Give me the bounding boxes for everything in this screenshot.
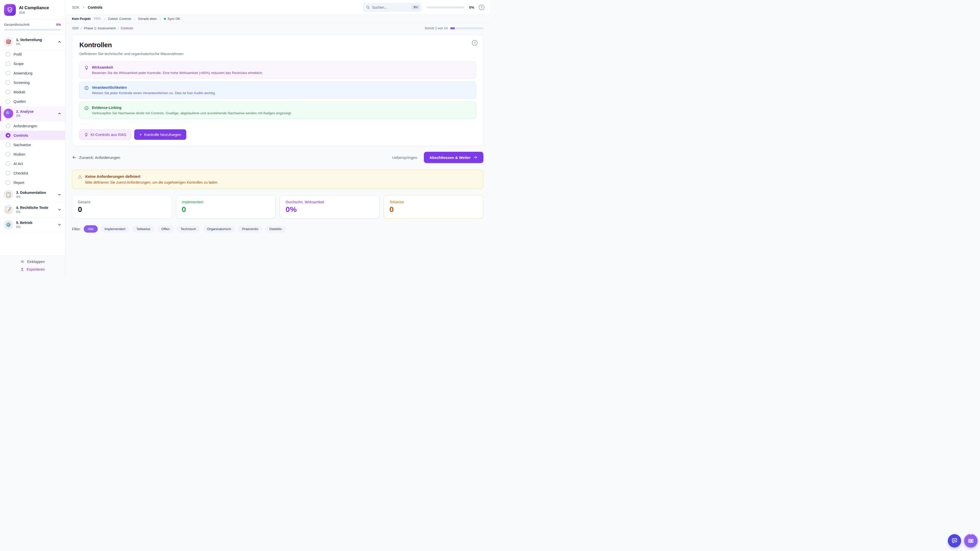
- memo-icon: 📝: [3, 205, 13, 214]
- sidebar-item-anforderungen[interactable]: Anforderungen: [0, 121, 65, 130]
- collapse-sidebar-button[interactable]: Einklappen: [20, 259, 45, 264]
- stat-card-implementiert: Implementiert 0: [176, 195, 275, 219]
- sidebar-item-quellen[interactable]: Quellen: [0, 97, 65, 106]
- sidebar-item-scope[interactable]: Scope: [0, 59, 65, 68]
- sync-status: Sync OK: [164, 17, 180, 21]
- radio-icon: [6, 71, 11, 76]
- breadcrumb-root[interactable]: SDK: [72, 5, 80, 10]
- skip-button[interactable]: Ueberspringen: [392, 156, 417, 160]
- card-help-icon[interactable]: ?: [472, 40, 477, 46]
- filter-chip-praeventiv[interactable]: Praeventiv: [238, 225, 262, 233]
- section-title: 3. Dokumentation: [16, 191, 55, 195]
- breadcrumb-current: Controls: [88, 5, 103, 10]
- section-title: 2. Analyse: [16, 110, 55, 114]
- kontrollen-card: ? Kontrollen Definieren Sie technische u…: [72, 35, 484, 146]
- breadcrumb: SDK Controls: [72, 5, 102, 10]
- sidebar-section-betrieb[interactable]: ⚙️ 5. Betrieb 0%: [0, 218, 65, 232]
- radio-icon: [6, 89, 11, 94]
- app-logo-row: AI Compliance SDK: [0, 0, 65, 19]
- warning-box: ⚠ Keine Anforderungen definiert Bitte de…: [72, 170, 484, 189]
- stats-row: Gesamt 0 Implementiert 0 Durchschn. Wirk…: [72, 195, 484, 219]
- export-button[interactable]: Exportieren: [20, 267, 45, 272]
- content-area: ? Kontrollen Definieren Sie technische u…: [65, 33, 490, 275]
- sidebar-item-risiken[interactable]: Risiken: [0, 149, 65, 159]
- back-button[interactable]: Zurueck: Anforderungen: [72, 155, 120, 160]
- step-label: Schritt 2 von 14: [425, 26, 448, 30]
- chevron-up-icon[interactable]: [57, 111, 62, 116]
- phase-root[interactable]: SDK: [72, 26, 79, 30]
- sidebar-item-checklist[interactable]: Checklist: [0, 168, 65, 178]
- sidebar-item-anwendung[interactable]: Anwendung: [0, 68, 65, 78]
- help-icon[interactable]: ?: [479, 5, 484, 10]
- info-circle-icon: [84, 86, 89, 95]
- radio-icon: [6, 152, 11, 157]
- magnifier-icon: 🔍: [3, 109, 13, 118]
- sidebar-item-profil[interactable]: Profil: [0, 49, 65, 59]
- page-subtitle: Definieren Sie technische und organisato…: [80, 52, 476, 56]
- sidebar-footer: Einklappen Exportieren: [0, 256, 65, 275]
- filter-row: Filter: Alle Implementiert Teilweise Off…: [72, 225, 484, 233]
- filter-chip-organisatorisch[interactable]: Organisatorisch: [203, 225, 235, 233]
- header-progress-bar: [426, 6, 465, 8]
- phase-current: Controls: [121, 26, 133, 30]
- info-box-wirksamkeit: Wirksamkeit Bewerten Sie die Wirksamkeit…: [80, 62, 476, 79]
- filter-chip-technisch[interactable]: Technisch: [177, 225, 200, 233]
- top-bar: SDK Controls Suchen... ⌘K 0% ?: [65, 0, 490, 15]
- finish-next-button[interactable]: Abschliessen & Weiter: [424, 152, 484, 163]
- filter-chip-teilweise[interactable]: Teilweise: [132, 225, 154, 233]
- sidebar-item-nachweise[interactable]: Nachweise: [0, 140, 65, 149]
- sidebar: AI Compliance SDK Gesamtfortschritt 0% 🎯…: [0, 0, 65, 275]
- sidebar-section-analyse[interactable]: 🔍 2. Analyse 0%: [0, 106, 65, 121]
- phase-breadcrumb: SDK / Phase 1: Assessment / Controls: [72, 26, 133, 30]
- search-input[interactable]: Suchen... ⌘K: [363, 3, 422, 12]
- page-title: Kontrollen: [80, 41, 476, 49]
- info-box-verantwortlichkeiten: Verantwortlichkeiten Weisen Sie jeder Ko…: [80, 82, 476, 99]
- target-icon: 🎯: [3, 37, 13, 47]
- sidebar-item-controls[interactable]: Controls: [0, 130, 65, 140]
- section-percent: 0%: [16, 195, 55, 199]
- app-title: AI Compliance: [19, 5, 49, 11]
- ai-controls-button[interactable]: KI-Controls aus RAG: [80, 129, 131, 140]
- filter-chip-alle[interactable]: Alle: [84, 225, 98, 233]
- overall-progress-value: 0%: [56, 23, 61, 27]
- warning-triangle-icon: ⚠: [78, 174, 82, 184]
- sidebar-item-screening[interactable]: Screening: [0, 78, 65, 87]
- chevron-down-icon[interactable]: [57, 192, 62, 197]
- info-box-evidence-linking: Evidence-Linking Verknuepfen Sie Nachwei…: [80, 102, 476, 119]
- step-progress-bar: [450, 27, 484, 29]
- last-saved-time: Gerade eben: [138, 17, 157, 21]
- card-actions: KI-Controls aus RAG + Kontrolle hinzufue…: [80, 124, 476, 140]
- radio-icon: [6, 99, 11, 104]
- radio-icon: [6, 180, 11, 185]
- info-boxes: Wirksamkeit Bewerten Sie die Wirksamkeit…: [80, 62, 476, 119]
- overall-progress-label: Gesamtfortschritt: [4, 23, 29, 27]
- chevron-down-icon[interactable]: [57, 223, 62, 227]
- filter-chip-detektiv[interactable]: Detektiv: [265, 225, 286, 233]
- sidebar-item-module[interactable]: Module: [0, 87, 65, 97]
- section-percent: 0%: [16, 225, 55, 229]
- sidebar-section-vorbereitung[interactable]: 🎯 1. Vorbereitung 0%: [0, 35, 65, 49]
- sidebar-section-rechtliche-texte[interactable]: 📝 4. Rechtliche Texte 0%: [0, 202, 65, 218]
- status-bar: Kein Projekt V001 | Zuletzt: Controls | …: [65, 15, 490, 23]
- filter-chip-offen[interactable]: Offen: [157, 225, 174, 233]
- stat-card-wirksamkeit: Durchschn. Wirksamkeit 0%: [280, 195, 380, 219]
- sync-ok-dot-icon: [164, 18, 166, 20]
- arrow-left-icon: [72, 155, 76, 160]
- section-title: 5. Betrieb: [16, 221, 55, 225]
- sidebar-item-ai-act[interactable]: AI Act: [0, 159, 65, 168]
- chevron-up-icon[interactable]: [57, 40, 62, 44]
- radio-icon: [6, 142, 11, 147]
- chevron-down-icon[interactable]: [57, 208, 62, 212]
- phase-middle[interactable]: Phase 1: Assessment: [84, 26, 116, 30]
- radio-icon: [6, 124, 11, 128]
- check-circle-icon: [84, 106, 89, 115]
- keyboard-shortcut-badge: ⌘K: [412, 5, 419, 10]
- app-subtitle: SDK: [19, 11, 49, 14]
- sidebar-section-dokumentation[interactable]: 📋 3. Dokumentation 0%: [0, 187, 65, 202]
- overall-progress-bar: [4, 29, 61, 30]
- version-badge: V001: [94, 17, 101, 21]
- filter-chip-implementiert[interactable]: Implementiert: [100, 225, 130, 233]
- section-percent: 0%: [16, 210, 55, 214]
- sidebar-item-report[interactable]: Report: [0, 178, 65, 187]
- add-control-button[interactable]: + Kontrolle hinzufuegen: [134, 129, 186, 140]
